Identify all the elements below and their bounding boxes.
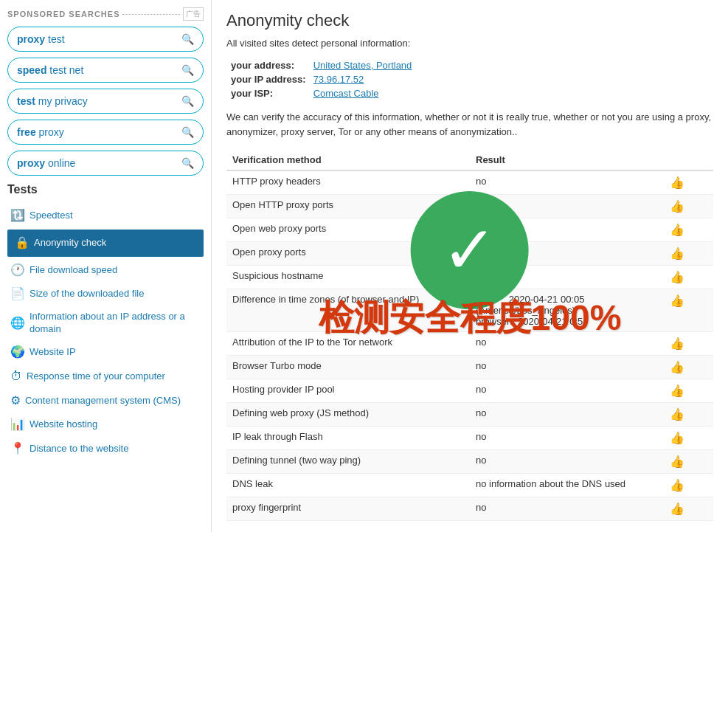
search-icon-5: 🔍 <box>181 157 194 169</box>
search-label-4: free proxy <box>17 126 64 138</box>
address-value[interactable]: United States, Portland <box>313 60 412 71</box>
ip-value[interactable]: 73.96.17.52 <box>313 74 364 85</box>
search-icon-4: 🔍 <box>181 126 194 138</box>
search-icon-1: 🔍 <box>181 33 194 45</box>
col-header-icon <box>640 150 713 170</box>
nav-speedtest[interactable]: 🔃 Speedtest <box>7 204 204 228</box>
thumbs-up-icon: 👍 <box>670 408 684 421</box>
result-cell: no <box>470 450 640 474</box>
search-label-2: speed test net <box>17 64 83 76</box>
icon-cell: 👍 <box>640 218 713 242</box>
result-cell: no <box>470 379 640 403</box>
icon-cell: 👍 <box>640 474 713 497</box>
icon-cell: 👍 <box>640 450 713 474</box>
icon-cell: 👍 <box>640 497 713 521</box>
table-row: Defining web proxy (JS method)no👍 <box>226 403 713 427</box>
nav-anonymity-label: Anonymity check <box>34 237 106 249</box>
table-row: proxy fingerprintno👍 <box>226 497 713 521</box>
thumbs-up-icon: 👍 <box>670 271 684 283</box>
result-cell: no <box>470 356 640 379</box>
search-proxy-online[interactable]: proxy online 🔍 <box>7 151 204 176</box>
main-content: Anonymity check All visited sites detect… <box>212 0 728 532</box>
address-table: your address: United States, Portland yo… <box>226 58 416 101</box>
nav-websiteip[interactable]: 🌍 Website IP <box>7 340 204 365</box>
tests-section: Tests 🔃 Speedtest 🔒 Anonymity check 🕐 Fi… <box>7 183 204 461</box>
nav-distance-label: Distance to the website <box>30 443 128 455</box>
search-proxy-test[interactable]: proxy test 🔍 <box>7 27 204 52</box>
icon-cell: 👍 <box>640 242 713 266</box>
table-row: IP leak through Flashno👍 <box>226 427 713 450</box>
icon-cell: 👍 <box>640 289 713 332</box>
nav-cms[interactable]: ⚙ Content management system (CMS) <box>7 389 204 413</box>
nav-filedownload[interactable]: 🕐 File download speed <box>7 258 204 283</box>
nav-ipinfo[interactable]: 🌐 Information about an IP address or a d… <box>7 306 204 340</box>
icon-cell: 👍 <box>640 379 713 403</box>
icon-cell: 👍 <box>640 403 713 427</box>
nav-hosting[interactable]: 📊 Website hosting <box>7 413 204 437</box>
search-free-proxy[interactable]: free proxy 🔍 <box>7 120 204 145</box>
desc-text: We can verify the accuracy of this infor… <box>226 110 713 139</box>
cms-icon: ⚙ <box>10 393 21 409</box>
anonymity-icon: 🔒 <box>15 235 30 251</box>
nav-anonymity[interactable]: 🔒 Anonymity check <box>7 230 204 257</box>
table-row: Defining tunnel (two way ping)no👍 <box>226 450 713 474</box>
method-cell: DNS leak <box>226 474 470 497</box>
search-speed-test[interactable]: speed test net 🔍 <box>7 58 204 83</box>
speedtest-icon: 🔃 <box>10 208 25 224</box>
method-cell: proxy fingerprint <box>226 497 470 521</box>
method-cell: Hosting provider IP pool <box>226 379 470 403</box>
isp-label: your ISP: <box>228 87 309 100</box>
search-privacy[interactable]: test my privacy 🔍 <box>7 89 204 114</box>
nav-filedownload-label: File download speed <box>30 264 117 277</box>
thumbs-up-icon: 👍 <box>670 176 684 189</box>
method-cell: Browser Turbo mode <box>226 356 470 379</box>
sizedownload-icon: 📄 <box>10 286 25 302</box>
col-header-result: Result <box>470 150 640 170</box>
ad-label: 广告 <box>183 7 204 21</box>
nav-websiteip-label: Website IP <box>30 346 76 359</box>
nav-responsetime[interactable]: ⏱ Response time of your computer <box>7 365 204 389</box>
result-cell: no <box>470 403 640 427</box>
icon-cell: 👍 <box>640 266 713 289</box>
thumbs-up-icon: 👍 <box>670 294 684 307</box>
thumbs-up-icon: 👍 <box>670 432 684 444</box>
nav-ipinfo-label: Information about an IP address or a dom… <box>30 311 201 336</box>
method-cell: Defining tunnel (two way ping) <box>226 450 470 474</box>
search-label-1: proxy test <box>17 33 65 45</box>
thumbs-up-icon: 👍 <box>670 224 684 236</box>
thumbs-up-icon: 👍 <box>670 247 684 260</box>
distance-icon: 📍 <box>10 441 25 457</box>
search-label-5: proxy online <box>17 157 75 169</box>
icon-cell: 👍 <box>640 170 713 195</box>
nav-cms-label: Content management system (CMS) <box>25 395 181 407</box>
icon-cell: 👍 <box>640 195 713 218</box>
sponsored-label: SPONSORED SEARCHES <box>7 10 119 18</box>
sponsored-dots <box>122 14 180 15</box>
tests-title: Tests <box>7 183 204 196</box>
isp-value[interactable]: Comcast Cable <box>313 88 379 99</box>
thumbs-up-icon: 👍 <box>670 200 684 213</box>
nav-distance[interactable]: 📍 Distance to the website <box>7 437 204 461</box>
icon-cell: 👍 <box>640 427 713 450</box>
info-text: All visited sites detect personal inform… <box>226 38 713 49</box>
search-label-3: test my privacy <box>17 95 88 107</box>
method-cell: IP leak through Flash <box>226 427 470 450</box>
overlay: ✓ 检测安全程度100% <box>319 191 622 342</box>
thumbs-up-icon: 👍 <box>670 455 684 468</box>
filedownload-icon: 🕐 <box>10 263 25 278</box>
search-icon-3: 🔍 <box>181 95 194 107</box>
nav-responsetime-label: Response time of your computer <box>27 370 165 383</box>
responsetime-icon: ⏱ <box>10 369 22 384</box>
icon-cell: 👍 <box>640 332 713 356</box>
page-title: Anonymity check <box>226 11 713 30</box>
thumbs-up-icon: 👍 <box>670 479 684 492</box>
nav-hosting-label: Website hosting <box>30 418 97 431</box>
address-label: your address: <box>228 59 309 72</box>
nav-sizedownload[interactable]: 📄 Size of the downloaded file <box>7 282 204 306</box>
nav-sizedownload-label: Size of the downloaded file <box>30 288 144 300</box>
result-cell: no <box>470 427 640 450</box>
websiteip-icon: 🌍 <box>10 345 25 360</box>
col-header-method: Verification method <box>226 150 470 170</box>
checkmark-icon: ✓ <box>442 217 497 283</box>
table-row: Browser Turbo modeno👍 <box>226 356 713 379</box>
